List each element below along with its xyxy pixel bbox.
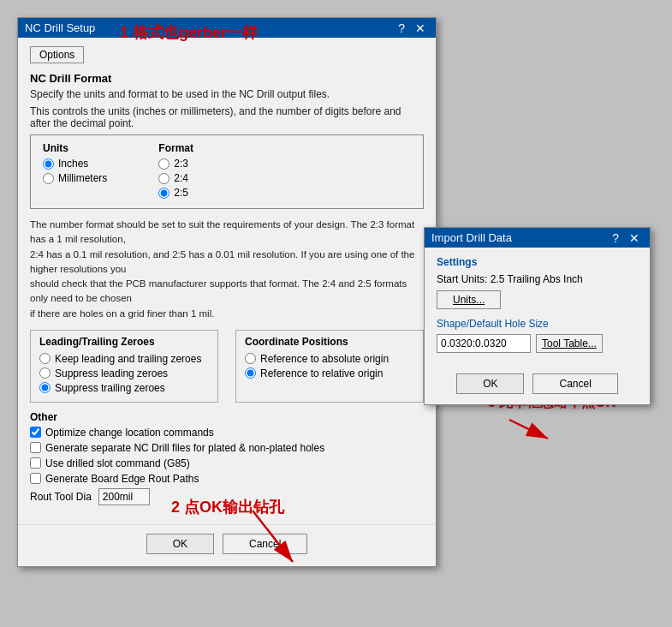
import-dialog-title: Import Drill Data xyxy=(431,231,512,244)
separate-files-label: Generate separate NC Drill files for pla… xyxy=(45,442,324,454)
optimize-checkbox-row: Optimize change location commands xyxy=(30,427,424,439)
suppress-leading-label: Suppress leading zeroes xyxy=(55,367,168,379)
keep-zeroes-radio[interactable] xyxy=(39,353,51,364)
import-shape-label: Shape/Default Hole Size xyxy=(437,318,638,330)
format-label: Format xyxy=(158,142,193,154)
separate-files-checkbox-row: Generate separate NC Drill files for pla… xyxy=(30,442,424,454)
import-help-button[interactable]: ? xyxy=(609,232,622,244)
units-inches-label: Inches xyxy=(58,158,88,170)
titlebar-controls: ? ✕ xyxy=(395,22,429,34)
suppress-leading-row: Suppress leading zeroes xyxy=(39,367,209,379)
two-col-section: Leading/Trailing Zeroes Keep leading and… xyxy=(30,330,424,403)
import-dialog-body: Settings Start Units: 2.5 Trailing Abs I… xyxy=(425,248,650,365)
leading-trailing-box: Leading/Trailing Zeroes Keep leading and… xyxy=(30,330,218,403)
format-25-row: 2:5 xyxy=(158,187,193,199)
dialog-body: Options NC Drill Format Specify the unit… xyxy=(18,38,436,524)
units-mm-row: Millimeters xyxy=(43,172,107,184)
options-button[interactable]: Options xyxy=(30,46,84,63)
dialog-title: NC Drill Setup xyxy=(25,21,95,34)
import-cancel-button[interactable]: Cancel xyxy=(532,373,617,394)
nc-drill-setup-dialog: NC Drill Setup ? ✕ Options NC Drill Form… xyxy=(17,17,437,567)
import-dialog-footer: OK Cancel xyxy=(425,365,650,404)
other-section: Other Optimize change location commands … xyxy=(30,411,424,505)
import-hole-row: Tool Table... xyxy=(437,334,638,353)
close-button[interactable]: ✕ xyxy=(412,22,429,34)
tool-table-button[interactable]: Tool Table... xyxy=(536,334,603,353)
format-24-label: 2:4 xyxy=(174,172,188,184)
format-25-radio[interactable] xyxy=(158,188,169,199)
units-mm-label: Millimeters xyxy=(58,172,107,184)
units-label: Units xyxy=(43,142,107,154)
format-23-label: 2:3 xyxy=(174,158,188,170)
units-inches-radio[interactable] xyxy=(43,158,54,170)
coordinate-positions-label: Coordinate Positions xyxy=(245,336,414,348)
reference-absolute-row: Reference to absolute origin xyxy=(245,353,414,365)
import-titlebar-controls: ? ✕ xyxy=(609,232,643,244)
format-25-label: 2:5 xyxy=(174,187,188,199)
rout-tool-input[interactable] xyxy=(98,488,150,505)
coordinate-positions-box: Coordinate Positions Reference to absolu… xyxy=(235,330,424,403)
drilled-slot-checkbox[interactable] xyxy=(30,457,41,469)
reference-relative-row: Reference to relative origin xyxy=(245,367,414,379)
format-23-radio[interactable] xyxy=(158,158,169,170)
drilled-slot-checkbox-row: Use drilled slot command (G85) xyxy=(30,457,424,469)
drilled-slot-label: Use drilled slot command (G85) xyxy=(45,457,190,469)
rout-tool-dia-label: Rout Tool Dia xyxy=(30,491,92,503)
import-drill-data-dialog: Import Drill Data ? ✕ Settings Start Uni… xyxy=(424,227,651,405)
keep-zeroes-label: Keep leading and trailing zeroes xyxy=(55,353,201,365)
resolution-para: The number format should be set to suit … xyxy=(30,218,424,321)
nc-drill-desc2: This controls the units (inches or milli… xyxy=(30,105,424,129)
units-mm-radio[interactable] xyxy=(43,173,54,184)
import-dialog-titlebar: Import Drill Data ? ✕ xyxy=(425,228,650,248)
units-column: Units Inches Millimeters xyxy=(43,142,107,201)
reference-relative-radio[interactable] xyxy=(245,367,256,379)
rout-tool-row: Rout Tool Dia xyxy=(30,488,424,505)
hole-size-input[interactable] xyxy=(437,334,531,353)
keep-zeroes-row: Keep leading and trailing zeroes xyxy=(39,353,209,365)
units-inches-row: Inches xyxy=(43,158,107,170)
main-cancel-button[interactable]: Cancel xyxy=(223,534,307,554)
suppress-trailing-row: Suppress trailing zeroes xyxy=(39,382,209,394)
format-24-radio[interactable] xyxy=(158,173,169,184)
nc-drill-format-heading: NC Drill Format xyxy=(30,72,424,85)
dialog-titlebar: NC Drill Setup ? ✕ xyxy=(18,18,436,38)
suppress-trailing-radio[interactable] xyxy=(39,382,51,393)
board-edge-checkbox[interactable] xyxy=(30,473,41,484)
board-edge-checkbox-row: Generate Board Edge Rout Paths xyxy=(30,473,424,485)
optimize-checkbox[interactable] xyxy=(30,427,41,438)
reference-absolute-radio[interactable] xyxy=(245,353,256,364)
main-ok-button[interactable]: OK xyxy=(146,534,214,554)
optimize-label: Optimize change location commands xyxy=(45,427,214,439)
leading-trailing-label: Leading/Trailing Zeroes xyxy=(39,336,209,348)
import-ok-button[interactable]: OK xyxy=(456,373,524,394)
import-close-button[interactable]: ✕ xyxy=(626,232,643,244)
nc-drill-desc1: Specify the units and format to be used … xyxy=(30,88,424,100)
import-settings-label: Settings xyxy=(437,256,638,268)
other-label: Other xyxy=(30,411,424,423)
help-button[interactable]: ? xyxy=(395,22,408,34)
svg-line-3 xyxy=(509,420,548,439)
format-column: Format 2:3 2:4 2:5 xyxy=(158,142,193,201)
format-23-row: 2:3 xyxy=(158,158,193,170)
dialog-footer: OK Cancel xyxy=(18,524,436,566)
import-start-units: Start Units: 2.5 Trailing Abs Inch xyxy=(437,273,638,285)
units-button[interactable]: Units... xyxy=(437,290,501,309)
suppress-leading-radio[interactable] xyxy=(39,367,51,379)
separate-files-checkbox[interactable] xyxy=(30,442,41,453)
reference-absolute-label: Reference to absolute origin xyxy=(260,353,389,365)
suppress-trailing-label: Suppress trailing zeroes xyxy=(55,382,165,394)
units-format-box: Units Inches Millimeters Format 2:3 xyxy=(30,134,424,209)
format-24-row: 2:4 xyxy=(158,172,193,184)
reference-relative-label: Reference to relative origin xyxy=(260,367,383,379)
board-edge-label: Generate Board Edge Rout Paths xyxy=(45,473,199,485)
